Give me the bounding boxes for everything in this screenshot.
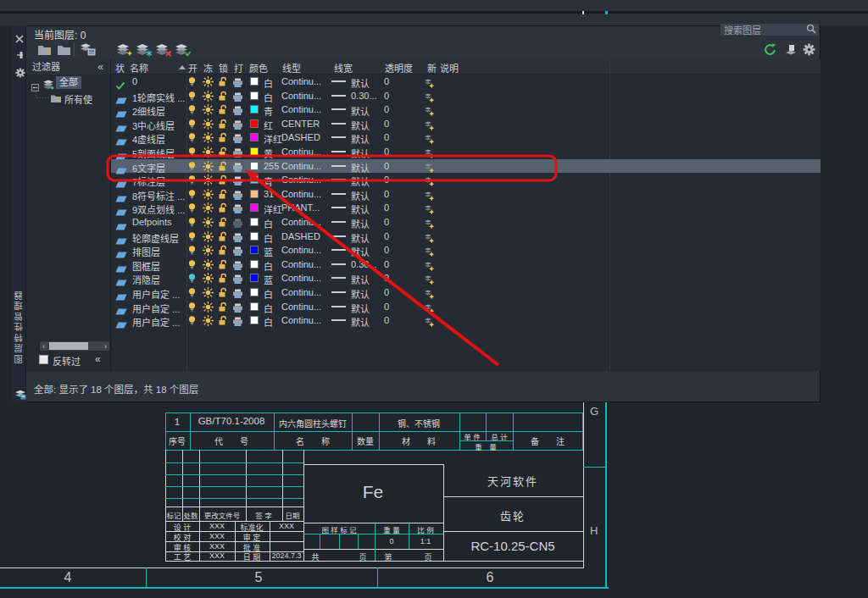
col-linetype[interactable]: 线型 (282, 61, 301, 75)
palette-gear-icon[interactable] (15, 66, 25, 81)
layer-transparency[interactable]: 0 (384, 315, 389, 325)
layer-linetype[interactable]: CENTER (281, 119, 320, 129)
layer-transparency[interactable]: 0 (384, 161, 389, 171)
layer-row-1轮廓实线 ...[interactable]: 1轮廓实线 ...白Continu...0.30...0 (111, 89, 821, 103)
layer-row-轮廓虚线层[interactable]: 轮廓虚线层白DASHED默认0 (111, 230, 821, 244)
layer-linetype[interactable]: Continu... (281, 259, 321, 269)
layer-row-Defpoints[interactable]: Defpoints白Continu...默认0 (111, 215, 821, 230)
layer-color-swatch[interactable] (250, 316, 259, 324)
new-layer-icon[interactable] (116, 42, 133, 60)
new-property-filter-icon[interactable] (37, 43, 53, 59)
pin-icon[interactable] (16, 48, 24, 64)
layer-lineweight[interactable]: 默认 (351, 245, 370, 258)
layer-color-swatch[interactable] (250, 133, 259, 141)
layer-row-5剖面线层[interactable]: 5剖面线层黄Continu...默认0 (111, 145, 821, 159)
refresh-icon[interactable] (764, 43, 776, 59)
delete-layer-icon[interactable] (155, 42, 172, 60)
scroll-left-icon[interactable]: ‹ (42, 342, 45, 351)
col-color[interactable]: 颜色 (249, 61, 268, 75)
layer-linetype[interactable]: Continu... (281, 161, 321, 171)
layer-transparency[interactable]: 0 (384, 302, 389, 312)
layer-row-消隐层[interactable]: 消隐层蓝Continu...默认0 (111, 271, 821, 285)
layer-row-图框层[interactable]: 图框层白Continu...0.30...0 (111, 257, 821, 272)
layer-row-7标注层[interactable]: 7标注层青Continu...默认0 (111, 173, 821, 187)
layer-row-6文字层[interactable]: 6文字层255Continu...默认0 (111, 159, 821, 174)
layer-lineweight[interactable]: 默认 (351, 315, 370, 329)
layer-color-swatch[interactable] (250, 162, 259, 170)
settings-gear-icon[interactable] (803, 43, 815, 59)
layer-lineweight[interactable]: 0.30... (351, 91, 377, 101)
layer-color-swatch[interactable] (250, 232, 259, 241)
col-description[interactable]: 说明 (440, 61, 459, 75)
layer-linetype[interactable]: Continu... (281, 302, 321, 312)
col-lineweight[interactable]: 线宽 (334, 61, 353, 75)
filter-collapse-icon[interactable]: « (97, 59, 103, 75)
layer-color-swatch[interactable] (250, 218, 259, 226)
invert-collapse-icon[interactable]: « (95, 353, 101, 365)
layer-color-swatch[interactable] (250, 260, 259, 269)
layer-color-swatch[interactable] (250, 77, 259, 86)
layer-on-icon[interactable] (187, 314, 197, 329)
layer-row-0[interactable]: 0白Continu...默认0 (111, 75, 821, 89)
layer-color-swatch[interactable] (250, 105, 259, 114)
layer-linetype[interactable]: Continu... (281, 273, 321, 283)
layer-transparency[interactable]: 0 (384, 147, 389, 157)
layer-plot-icon[interactable] (232, 315, 243, 330)
layer-row-3中心线层[interactable]: 3中心线层红CENTER默认0 (111, 117, 821, 131)
layer-transparency[interactable]: 0 (384, 287, 389, 297)
layer-row-用户自定 ...[interactable]: 用户自定 ...白Continu...默认0 (111, 300, 821, 314)
layer-transparency[interactable]: 0 (384, 189, 389, 199)
layer-row-9双点划线 ...[interactable]: 9双点划线 ...洋红PHANT...默认0 (111, 201, 821, 215)
layer-lineweight[interactable]: 默认 (351, 132, 370, 146)
layer-row-8符号标注 ...[interactable]: 8符号标注 ...31Continu...默认0 (111, 187, 821, 202)
layer-row-排图层[interactable]: 排图层蓝Continu...默认0 (111, 243, 821, 257)
layer-transparency[interactable]: 0 (384, 202, 389, 213)
layer-linetype[interactable]: Continu... (281, 76, 321, 86)
layer-lineweight[interactable]: 默认 (351, 217, 370, 230)
col-lock[interactable]: 锁 (219, 61, 228, 75)
col-transparency[interactable]: 透明度 (385, 61, 413, 75)
scrollbar-thumb[interactable] (49, 342, 88, 350)
new-group-filter-icon[interactable] (57, 43, 71, 59)
layer-color-swatch[interactable] (250, 91, 259, 100)
invert-filter-checkbox[interactable] (39, 355, 48, 364)
layer-linetype[interactable]: Continu... (281, 91, 321, 101)
layer-row-4虚线层[interactable]: 4虚线层洋红DASHED默认0 (111, 130, 821, 145)
layer-transparency[interactable]: 0 (384, 104, 389, 114)
layer-transparency[interactable]: 0 (384, 217, 389, 227)
layer-transparency[interactable]: 0 (384, 174, 389, 185)
layer-lineweight[interactable]: 默认 (351, 76, 370, 90)
layer-states-icon[interactable] (80, 42, 96, 59)
layer-linetype[interactable]: Continu... (281, 217, 321, 227)
layer-lineweight[interactable]: 默认 (351, 189, 370, 202)
layer-freeze-icon[interactable] (203, 314, 214, 329)
filter-item-all[interactable]: 全部 (56, 76, 81, 89)
layer-color-swatch[interactable] (250, 119, 259, 128)
layer-linetype[interactable]: PHANT... (281, 202, 320, 213)
col-freeze[interactable]: 冻 (203, 61, 213, 75)
layer-lineweight[interactable]: 默认 (351, 231, 370, 245)
layer-linetype[interactable]: DASHED (281, 132, 320, 142)
search-input[interactable]: 搜索图层 (720, 23, 820, 36)
layer-transparency[interactable]: 0 (384, 91, 389, 101)
layer-row-2细线层[interactable]: 2细线层青Continu...默认0 (111, 102, 821, 117)
layer-transparency[interactable]: 0 (384, 273, 389, 283)
layer-linetype[interactable]: Continu... (281, 147, 321, 157)
layer-transparency[interactable]: 0 (384, 245, 389, 255)
set-current-layer-icon[interactable] (175, 42, 192, 60)
layer-row-用户自定 ...[interactable]: 用户自定 ...白Continu...默认0 (111, 313, 821, 328)
col-vp[interactable]: 新 (427, 61, 437, 75)
filter-item-used[interactable]: 所有使 (64, 92, 92, 106)
layer-color-swatch[interactable] (250, 302, 259, 311)
layer-page-icon[interactable] (785, 44, 797, 59)
layer-transparency[interactable]: 0 (384, 76, 389, 86)
layer-lock-icon[interactable] (218, 314, 228, 329)
layer-lineweight[interactable]: 默认 (351, 161, 370, 174)
layer-lineweight[interactable]: 默认 (351, 119, 370, 132)
scroll-right-icon[interactable]: › (104, 342, 107, 351)
layer-color-swatch[interactable] (250, 246, 259, 254)
layer-lineweight[interactable]: 默认 (351, 174, 370, 188)
layer-transparency[interactable]: 0 (384, 231, 389, 241)
layer-color-swatch[interactable] (250, 147, 259, 156)
layer-color-swatch[interactable] (250, 203, 259, 212)
